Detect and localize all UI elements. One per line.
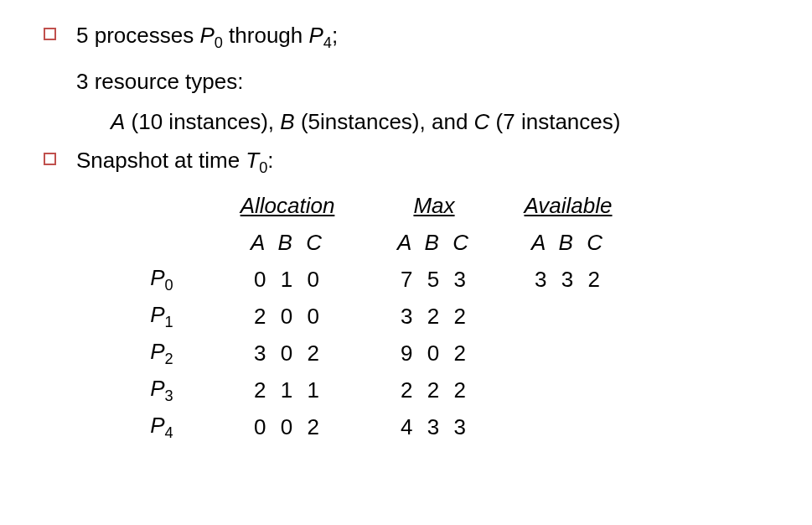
text-segment: through [223,23,309,48]
resource-name-a: A [111,109,125,134]
process-subscript: 4 [323,34,332,51]
process-label: P0 [116,265,208,294]
header-max: Max [367,193,501,219]
allocation-value: 0 0 2 [208,414,367,440]
resource-inst-b: (5instances), [295,109,432,134]
max-value: 9 0 2 [367,340,501,366]
abc-label-max: A B C [367,230,501,256]
process-label: P4 [116,413,208,442]
abc-label-avail: A B C [501,230,635,256]
bullet-marker [44,153,56,165]
resource-name-b: B [280,109,294,134]
table-subheader-row: A B C A B C A B C [116,225,778,262]
table-row: P32 1 12 2 2 [116,372,778,409]
process-label: P3 [116,376,208,405]
available-value: 3 3 2 [501,267,635,293]
time-var: T [246,148,259,173]
allocation-value: 0 1 0 [208,267,367,293]
abc-label-alloc: A B C [208,230,367,256]
text-segment: Snapshot at time [76,148,246,173]
resource-types-line: 3 resource types: [76,63,778,100]
resource-inst-a: (10 instances), [125,109,280,134]
table-row: P12 0 03 2 2 [116,299,778,335]
process-label: P1 [116,302,208,331]
table-header-row: Allocation Max Available [116,188,778,225]
table-row: P23 0 29 0 2 [116,335,778,372]
text-and: and [432,109,474,134]
header-available: Available [501,193,635,219]
header-allocation: Allocation [208,193,367,219]
allocation-value: 2 0 0 [208,304,367,330]
processes-line: 5 processes P0 through P4; [76,20,338,55]
process-name: P [309,23,323,48]
bullet-marker [44,28,56,40]
resource-inst-c: (7 instances) [489,109,620,134]
process-subscript: 0 [215,34,223,51]
resource-table: Allocation Max Available A B C A B C A B… [116,188,778,446]
allocation-value: 3 0 2 [208,340,367,366]
text-segment: : [267,148,273,173]
table-row: P00 1 07 5 33 3 2 [116,262,778,299]
max-value: 3 2 2 [367,304,501,330]
table-row: P40 0 24 3 3 [116,409,778,446]
snapshot-line: Snapshot at time T0: [76,145,274,179]
resource-detail-line: A (10 instances), B (5instances), and C … [111,103,778,140]
max-value: 7 5 3 [367,267,501,293]
process-name: P [199,23,214,48]
allocation-value: 2 1 1 [208,377,367,403]
bullet-item-snapshot: Snapshot at time T0: [44,145,778,179]
bullet-item-processes: 5 processes P0 through P4; [44,20,778,55]
process-label: P2 [116,339,208,368]
max-value: 2 2 2 [367,377,501,403]
text-segment: 5 processes [76,23,199,48]
text-segment: ; [332,23,338,48]
resource-name-c: C [474,109,490,134]
max-value: 4 3 3 [367,414,501,440]
time-subscript: 0 [259,159,267,176]
